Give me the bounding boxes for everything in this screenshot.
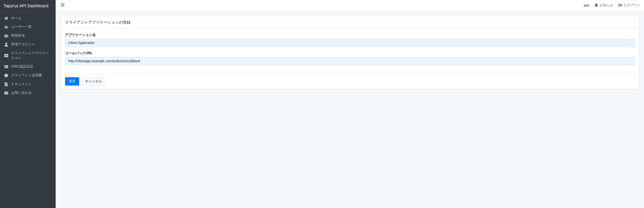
sidebar-item-label: 管理アカウント	[11, 42, 51, 47]
sidebar-item-admin[interactable]: 管理アカウント	[2, 40, 54, 49]
certificate-icon	[4, 73, 10, 77]
topbar-notice-label: お知らせ	[600, 3, 613, 8]
sidebar-item-users[interactable]: ユーザー一覧	[2, 23, 54, 31]
callback-url-input[interactable]	[65, 57, 634, 65]
save-button[interactable]: 保存	[65, 77, 79, 85]
topbar-logout[interactable]: ログアウト	[618, 3, 640, 8]
callback-url-label: コールバックURL	[65, 51, 634, 56]
page-title: クライアントアプリケーションの登録	[61, 16, 639, 29]
bell-icon	[594, 3, 598, 8]
sidebar-item-label: OIDC認証設定	[11, 64, 51, 69]
users-icon	[4, 25, 10, 29]
chevron-left-icon: 〈	[49, 82, 51, 86]
form-card: クライアントアプリケーションの登録 アプリケーション名 コールバックURL 保存…	[61, 16, 639, 89]
cancel-button[interactable]: キャンセル	[81, 77, 106, 85]
envelope-icon	[4, 91, 10, 95]
sidebar-item-client-app[interactable]: クライアントアプリケーション	[2, 49, 54, 62]
sidebar-item-label: クライアントアプリケーション	[11, 51, 51, 60]
sidebar-item-certificate[interactable]: クライアント証明書	[2, 71, 54, 80]
topbar-notice[interactable]: お知らせ	[594, 3, 613, 8]
sidebar-item-oidc[interactable]: OIDC認証設定	[2, 62, 54, 71]
sidebar-item-document[interactable]: ドキュメント 〈	[2, 80, 54, 88]
sidebar-item-home[interactable]: ホーム	[2, 14, 54, 23]
th-large-icon	[4, 54, 10, 57]
topbar-logout-label: ログアウト	[624, 3, 640, 8]
topbar: test お知らせ ログアウト	[56, 0, 644, 11]
sidebar-item-label: ユーザー一覧	[11, 25, 51, 29]
sidebar-item-usage[interactable]: 利用状況	[2, 31, 54, 40]
sidebar-item-label: ホーム	[11, 16, 51, 20]
sidebar-item-label: クライアント証明書	[11, 73, 51, 78]
topbar-user[interactable]: test	[584, 4, 589, 8]
app-name-input[interactable]	[65, 39, 634, 47]
sidebar-item-label: ドキュメント	[11, 82, 49, 86]
app-name-label: アプリケーション名	[65, 33, 634, 37]
sidebar-item-label: 利用状況	[11, 33, 51, 38]
file-icon	[4, 82, 10, 86]
hamburger-menu-icon[interactable]	[59, 2, 66, 9]
home-icon	[4, 16, 10, 20]
sidebar: Tapyrus API Dashboard ホーム ユーザー一覧 利用状況	[0, 0, 56, 208]
sidebar-item-label: お問い合わせ	[11, 91, 51, 95]
user-icon	[4, 43, 10, 47]
brand-title: Tapyrus API Dashboard	[0, 0, 56, 12]
dashboard-icon	[4, 34, 10, 38]
id-card-icon	[4, 65, 10, 69]
logout-icon	[618, 3, 622, 8]
sidebar-item-contact[interactable]: お問い合わせ	[2, 88, 54, 97]
sidebar-nav: ホーム ユーザー一覧 利用状況 管理アカウント	[0, 12, 56, 99]
